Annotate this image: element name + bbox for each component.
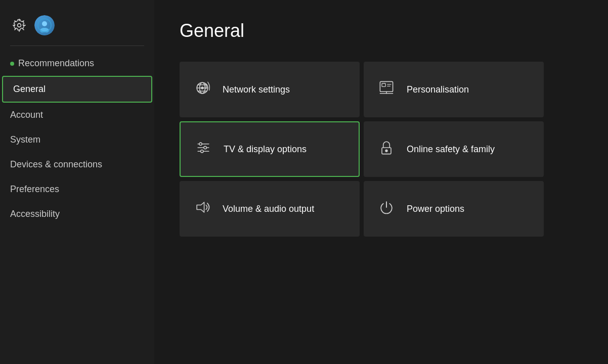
- svg-point-1: [42, 21, 47, 26]
- sidebar-item-label: Accessibility: [10, 209, 60, 219]
- svg-point-21: [201, 150, 203, 152]
- svg-rect-13: [382, 83, 385, 86]
- sidebar-item-label: Account: [10, 110, 43, 120]
- personalisation-icon: [376, 79, 397, 101]
- network-settings-card[interactable]: Network settings: [180, 62, 360, 117]
- main-content: General Network settings: [154, 0, 608, 364]
- sidebar-item-devices-connections[interactable]: Devices & connections: [0, 152, 154, 177]
- green-dot-icon: [10, 62, 14, 66]
- svg-point-19: [199, 143, 202, 145]
- sidebar-header: [0, 10, 154, 46]
- sidebar-item-label: Recommendations: [18, 58, 94, 69]
- volume-audio-output-card[interactable]: Volume & audio output: [180, 181, 360, 237]
- svg-point-23: [385, 150, 387, 152]
- tv-display-options-label: TV & display options: [224, 144, 307, 155]
- sidebar-item-label: Devices & connections: [10, 159, 102, 169]
- sidebar-item-label: Preferences: [10, 184, 59, 194]
- volume-icon: [192, 198, 212, 220]
- sidebar-item-general[interactable]: General: [2, 76, 152, 103]
- settings-icon[interactable]: [10, 16, 28, 34]
- sidebar-divider: [10, 46, 144, 46]
- avatar-circle: [34, 15, 55, 35]
- personalisation-label: Personalisation: [407, 84, 469, 95]
- settings-grid: Network settings Personalisation: [180, 62, 544, 237]
- sidebar-item-label: General: [13, 84, 46, 94]
- power-options-card[interactable]: Power options: [364, 181, 544, 237]
- tv-display-options-card[interactable]: TV & display options: [180, 121, 360, 177]
- lock-icon: [376, 139, 397, 160]
- svg-point-20: [204, 146, 206, 149]
- svg-marker-24: [197, 202, 204, 212]
- network-settings-label: Network settings: [223, 84, 290, 95]
- power-options-label: Power options: [407, 204, 464, 214]
- sidebar-item-system[interactable]: System: [0, 127, 154, 152]
- sidebar-item-account[interactable]: Account: [0, 103, 154, 127]
- sidebar: Recommendations General Account System D…: [0, 0, 154, 364]
- sidebar-item-accessibility[interactable]: Accessibility: [0, 202, 154, 226]
- svg-point-0: [18, 24, 21, 27]
- gear-svg-icon: [11, 17, 27, 33]
- volume-audio-output-label: Volume & audio output: [223, 204, 314, 214]
- tv-display-icon: [193, 139, 213, 160]
- personalisation-card[interactable]: Personalisation: [364, 62, 544, 117]
- network-icon: [192, 79, 212, 101]
- avatar[interactable]: [34, 15, 55, 35]
- online-safety-family-label: Online safety & family: [407, 144, 495, 155]
- page-title: General: [180, 20, 583, 41]
- sidebar-item-label: System: [10, 134, 40, 145]
- svg-point-9: [201, 87, 203, 89]
- online-safety-family-card[interactable]: Online safety & family: [364, 121, 544, 177]
- sidebar-item-preferences[interactable]: Preferences: [0, 177, 154, 202]
- sidebar-item-recommendations[interactable]: Recommendations: [0, 51, 154, 76]
- power-icon: [376, 198, 397, 220]
